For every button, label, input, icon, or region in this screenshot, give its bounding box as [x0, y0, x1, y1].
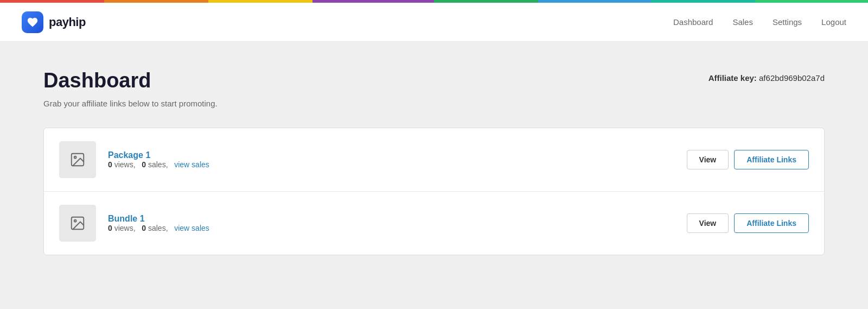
views-count: 0: [108, 160, 112, 169]
heart-tag-icon: [27, 16, 39, 28]
product-info: Package 1 0 views, 0 sales, view sales: [108, 150, 687, 169]
view-sales-link[interactable]: view sales: [174, 160, 209, 169]
nav-dashboard[interactable]: Dashboard: [673, 17, 713, 27]
view-sales-link[interactable]: view sales: [174, 224, 209, 232]
image-icon: [69, 215, 86, 231]
product-stats: 0 views, 0 sales, view sales: [108, 160, 687, 169]
views-count: 0: [108, 224, 112, 232]
product-thumbnail: [59, 205, 96, 242]
sales-count: 0: [142, 224, 146, 232]
nav-logout[interactable]: Logout: [821, 17, 846, 27]
product-row: Package 1 0 views, 0 sales, view sales V…: [44, 128, 824, 192]
logo-area: payhip: [22, 11, 86, 33]
sales-count: 0: [142, 160, 146, 169]
sales-label: sales,: [148, 160, 172, 169]
page-header: Dashboard Grab your affiliate links belo…: [43, 69, 825, 108]
header: payhip Dashboard Sales Settings Logout: [0, 3, 868, 42]
page-subtitle: Grab your affiliate links below to start…: [43, 99, 218, 108]
product-actions: View Affiliate Links: [687, 150, 809, 169]
page-title: Dashboard: [43, 69, 218, 92]
view-button[interactable]: View: [687, 150, 729, 169]
views-label: views,: [114, 160, 140, 169]
product-name[interactable]: Package 1: [108, 150, 150, 160]
products-card: Package 1 0 views, 0 sales, view sales V…: [43, 128, 825, 255]
affiliate-key-block: Affiliate key: af62bd969b02a7d: [709, 69, 825, 83]
views-label: views,: [114, 224, 140, 232]
product-thumbnail: [59, 141, 96, 178]
product-stats: 0 views, 0 sales, view sales: [108, 224, 687, 232]
view-button[interactable]: View: [687, 213, 729, 233]
affiliate-links-button[interactable]: Affiliate Links: [734, 213, 809, 233]
main-content: Dashboard Grab your affiliate links belo…: [0, 42, 868, 288]
logo-icon: [22, 11, 43, 33]
svg-point-3: [74, 220, 76, 222]
affiliate-key-value: af62bd969b02a7d: [759, 73, 825, 83]
logo-text: payhip: [49, 15, 86, 29]
nav-sales[interactable]: Sales: [732, 17, 753, 27]
svg-point-1: [74, 156, 76, 159]
sales-label: sales,: [148, 224, 172, 232]
product-name[interactable]: Bundle 1: [108, 214, 145, 223]
affiliate-key-label: Affiliate key:: [709, 73, 757, 83]
product-row: Bundle 1 0 views, 0 sales, view sales Vi…: [44, 192, 824, 255]
product-info: Bundle 1 0 views, 0 sales, view sales: [108, 214, 687, 232]
page-title-block: Dashboard Grab your affiliate links belo…: [43, 69, 218, 108]
nav-links: Dashboard Sales Settings Logout: [673, 17, 846, 27]
image-icon: [69, 152, 86, 168]
affiliate-links-button[interactable]: Affiliate Links: [734, 150, 809, 169]
nav-settings[interactable]: Settings: [773, 17, 802, 27]
product-actions: View Affiliate Links: [687, 213, 809, 233]
